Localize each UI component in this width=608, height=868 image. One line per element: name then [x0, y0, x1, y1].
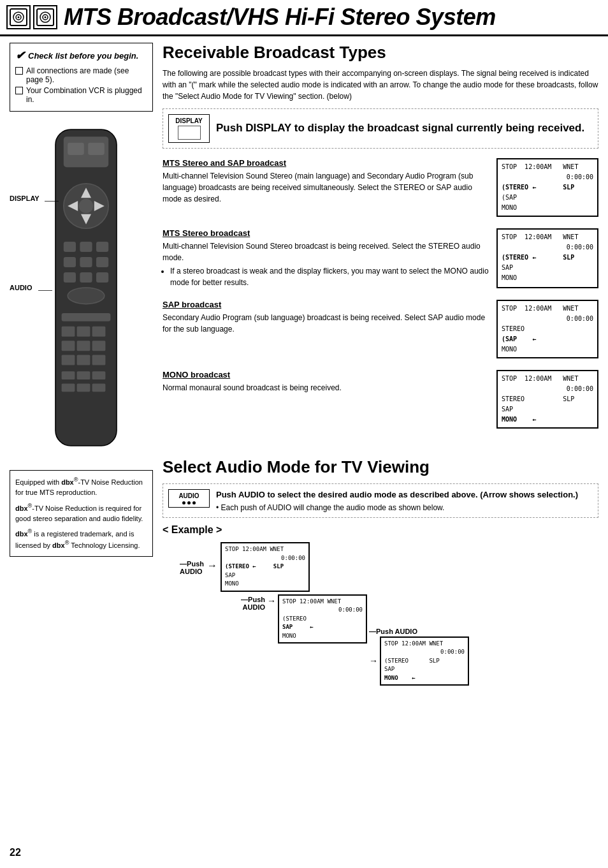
broadcast-sap: SAP broadcast Secondary Audio Program (s… — [163, 300, 598, 358]
svg-rect-20 — [96, 242, 108, 252]
tv-row: (STEREO ← SLP — [502, 182, 593, 193]
receivable-title: Receivable Broadcast Types — [163, 43, 598, 63]
display-push-row: DISPLAY Push DISPLAY to display the broa… — [163, 108, 598, 149]
tv-row: (STEREO ← SLP — [502, 253, 593, 263]
svg-rect-41 — [62, 383, 75, 392]
push-audio-label-2: —Push AUDIO — [221, 596, 265, 611]
broadcast-mts-stereo-bullet: If a stereo broadcast is weak and the di… — [170, 265, 489, 288]
tv-row: MONO — [502, 344, 593, 355]
broadcast-sap-text: SAP broadcast Secondary Audio Program (s… — [163, 300, 489, 358]
svg-rect-28 — [62, 313, 111, 321]
dbx-line-2: dbx®-TV Noise Reduction is required for … — [15, 502, 147, 524]
dot-1 — [182, 501, 185, 504]
broadcast-mts-stereo-desc: Multi-channel Television Sound Stereo br… — [163, 240, 489, 288]
tv-row: 0:00:00 — [502, 242, 593, 253]
tv-row: SAP — [502, 263, 593, 273]
display-button-box: DISPLAY — [168, 114, 210, 143]
svg-point-7 — [45, 17, 47, 18]
main-content: ✔ Check list before you begin. All conne… — [0, 36, 608, 457]
tv-row: STOP 12:00AM WNET — [502, 304, 593, 314]
display-arrow: —— — [45, 196, 59, 204]
audio-button-dots — [173, 501, 205, 504]
example-screen-2: STOP 12:00AM WNET 0:00:00 (STEREO SAP ← … — [278, 594, 367, 644]
arrow-row-2: —Push AUDIO → STOP 12:00AM WNET 0:00:00 … — [221, 594, 469, 686]
speaker-icons — [6, 5, 57, 29]
broadcast-mts-sap-heading: MTS Stereo and SAP broadcast — [163, 158, 489, 168]
tv-screen-mts-stereo: STOP 12:00AM WNET 0:00:00 (STEREO ← SLP … — [496, 228, 598, 288]
svg-rect-24 — [64, 272, 76, 283]
checkmark-icon: ✔ — [15, 48, 25, 63]
tv-row: STEREO SLP — [502, 394, 593, 404]
bottom-right: Select Audio Mode for TV Viewing AUDIO P… — [163, 457, 598, 686]
svg-rect-33 — [77, 341, 90, 351]
display-button-label: DISPLAY — [173, 117, 205, 124]
tv-row: SAP — [502, 404, 593, 415]
dot-3 — [192, 501, 196, 504]
checklist-box: ✔ Check list before you begin. All conne… — [10, 43, 153, 112]
tv-row: STOP 12:00AM WNET — [502, 374, 593, 384]
svg-rect-29 — [62, 327, 75, 337]
audio-push-desc: Push AUDIO to select the desired audio m… — [216, 489, 578, 501]
broadcast-mts-sap-text: MTS Stereo and SAP broadcast Multi-chann… — [163, 158, 489, 217]
push-arrow-1: → — [207, 560, 217, 571]
broadcast-mts-stereo-bullets: If a stereo broadcast is weak and the di… — [170, 265, 489, 288]
push-audio-label-1: —Push AUDIO — [180, 560, 204, 575]
speaker-icon-left — [6, 5, 31, 29]
broadcast-mts-sap: MTS Stereo and SAP broadcast Multi-chann… — [163, 158, 598, 217]
svg-rect-10 — [68, 143, 84, 155]
svg-rect-18 — [64, 242, 76, 252]
speaker-icon-right — [33, 5, 57, 29]
push-audio-col: —Push AUDIO — [169, 542, 204, 575]
push-arrow-3: → — [369, 656, 378, 666]
checklist-title: ✔ Check list before you begin. — [15, 48, 147, 63]
example-screen-1: STOP 12:00AM WNET 0:00:00 (STEREO ← SLP … — [221, 542, 310, 592]
svg-point-27 — [68, 288, 105, 304]
svg-rect-19 — [80, 242, 92, 252]
broadcast-mts-stereo-heading: MTS Stereo broadcast — [163, 228, 489, 238]
broadcast-mts-sap-desc: Multi-channel Television Sound Stereo (m… — [163, 170, 489, 205]
svg-rect-26 — [96, 272, 108, 283]
tv-row: 0:00:00 — [502, 384, 593, 394]
tv-row: STEREO — [502, 324, 593, 334]
svg-rect-37 — [92, 355, 106, 365]
tv-screen-sap: STOP 12:00AM WNET 0:00:00 STEREO (SAP ← … — [496, 300, 598, 358]
broadcast-mono: MONO broadcast Normal monaural sound bro… — [163, 370, 598, 429]
push-arrow-2: → — [267, 596, 276, 606]
example-title: < Example > — [163, 524, 598, 536]
broadcast-mono-desc: Normal monaural sound broadcast is being… — [163, 382, 489, 394]
bottom-section: Equipped with dbx®-TV Noise Reduction fo… — [0, 457, 608, 695]
svg-rect-34 — [92, 341, 106, 351]
page-number: 22 — [10, 847, 21, 858]
svg-rect-36 — [77, 355, 90, 365]
svg-rect-30 — [77, 327, 90, 337]
receivable-intro: The following are possible broadcast typ… — [163, 68, 598, 102]
svg-rect-23 — [96, 257, 108, 267]
checkbox-1 — [15, 67, 23, 75]
display-side-label: DISPLAY — [10, 195, 40, 202]
remote-container: DISPLAY —— AUDIO —— — [10, 124, 153, 451]
svg-rect-21 — [64, 257, 76, 267]
audio-push-content: Push AUDIO to select the desired audio m… — [216, 489, 578, 512]
dbx-line-3: dbx® is a registered trademark, and is l… — [15, 527, 147, 550]
tv-row: STOP 12:00AM WNET — [502, 232, 593, 242]
broadcast-sap-heading: SAP broadcast — [163, 300, 489, 309]
tv-row: 0:00:00 — [502, 314, 593, 324]
dot-2 — [187, 501, 191, 504]
audio-button-box: AUDIO — [168, 489, 210, 508]
push-audio-label-3: —Push AUDIO — [369, 628, 469, 635]
tv-row: MONO — [502, 273, 593, 283]
tv-screen-mono: STOP 12:00AM WNET 0:00:00 STEREO SLP SAP… — [496, 370, 598, 429]
display-button-inner — [178, 126, 201, 140]
select-audio-title: Select Audio Mode for TV Viewing — [163, 457, 598, 477]
example-diagram: —Push AUDIO → STOP 12:00AM WNET 0:00:00 … — [169, 542, 598, 686]
audio-side-label: AUDIO — [10, 284, 32, 291]
audio-button-label: AUDIO — [173, 492, 205, 499]
check-item-2: Your Combination VCR is plugged in. — [15, 86, 147, 104]
svg-rect-35 — [62, 355, 75, 365]
tv-row: (SAP — [502, 193, 593, 203]
push-arrow-row-3: → STOP 12:00AM WNET 0:00:00 (STEREO SLP … — [369, 636, 469, 686]
svg-rect-43 — [92, 383, 106, 392]
page-header: MTS Broadcast/VHS Hi-Fi Stereo System — [0, 0, 608, 36]
checkbox-2 — [15, 87, 23, 94]
example-screen-3: STOP 12:00AM WNET 0:00:00 (STEREO SLP SA… — [380, 636, 469, 686]
